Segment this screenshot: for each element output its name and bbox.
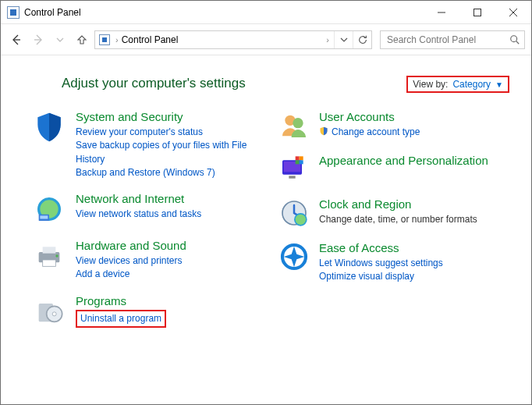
- category-link[interactable]: Backup and Restore (Windows 7): [76, 166, 263, 179]
- up-button[interactable]: [73, 30, 91, 49]
- monitor-swatch-icon: [278, 154, 310, 185]
- category-network-internet: Network and Internet View network status…: [32, 192, 263, 226]
- svg-rect-20: [296, 160, 300, 164]
- svg-rect-18: [296, 156, 300, 160]
- category-link[interactable]: Change account type: [332, 126, 420, 139]
- svg-point-14: [293, 118, 303, 128]
- ease-of-access-icon: [278, 241, 310, 272]
- recent-locations-button[interactable]: [51, 30, 69, 49]
- navbar: › Control Panel ›: [1, 24, 531, 55]
- chevron-down-icon: ▼: [495, 80, 503, 89]
- category-title[interactable]: Network and Internet: [76, 192, 201, 207]
- category-user-accounts: User Accounts Change account type: [278, 110, 509, 141]
- window: Control Panel: [0, 0, 532, 405]
- address-dropdown-button[interactable]: [334, 31, 353, 48]
- category-link[interactable]: Review your computer's status: [76, 126, 263, 139]
- category-link[interactable]: Change date, time, or number formats: [319, 213, 477, 226]
- chevron-right-icon: ›: [325, 35, 334, 44]
- svg-rect-0: [474, 9, 481, 16]
- search-input[interactable]: [385, 34, 505, 46]
- category-clock-region: Clock and Region Change date, time, or n…: [278, 197, 509, 229]
- category-link[interactable]: Let Windows suggest settings: [319, 257, 443, 270]
- minimize-button[interactable]: [424, 1, 459, 23]
- category-appearance-personalization: Appearance and Personalization: [278, 154, 509, 185]
- category-ease-of-access: Ease of Access Let Windows suggest setti…: [278, 241, 509, 284]
- back-button[interactable]: [7, 30, 26, 49]
- users-icon: [278, 110, 310, 141]
- content-area: Adjust your computer's settings View by:…: [1, 55, 531, 404]
- printer-icon: [32, 239, 66, 273]
- svg-rect-5: [40, 216, 48, 219]
- view-by-label: View by:: [413, 79, 448, 90]
- category-title[interactable]: System and Security: [76, 110, 263, 125]
- category-title[interactable]: User Accounts: [319, 110, 420, 125]
- view-by-value: Category: [452, 79, 491, 90]
- titlebar: Control Panel: [1, 1, 531, 24]
- category-link[interactable]: View network status and tasks: [76, 208, 201, 221]
- maximize-button[interactable]: [459, 1, 495, 23]
- svg-point-9: [55, 255, 58, 258]
- shield-icon: [32, 110, 66, 144]
- category-link[interactable]: Add a device: [76, 268, 186, 281]
- view-by-control[interactable]: View by: Category ▼: [406, 76, 509, 93]
- category-title[interactable]: Hardware and Sound: [76, 239, 186, 254]
- control-panel-icon: [7, 6, 20, 19]
- svg-point-1: [511, 35, 517, 41]
- window-title: Control Panel: [24, 7, 81, 18]
- category-title[interactable]: Ease of Access: [319, 241, 443, 256]
- category-title[interactable]: Programs: [76, 294, 166, 309]
- chevron-right-icon: ›: [114, 35, 120, 44]
- search-box[interactable]: [380, 30, 525, 49]
- globe-icon: [32, 192, 66, 226]
- address-bar[interactable]: › Control Panel ›: [94, 30, 372, 49]
- category-link[interactable]: View devices and printers: [76, 254, 186, 268]
- category-link[interactable]: Optimize visual display: [319, 270, 443, 283]
- refresh-button[interactable]: [353, 31, 371, 48]
- breadcrumb[interactable]: Control Panel: [120, 34, 325, 45]
- forward-button[interactable]: [29, 30, 48, 49]
- svg-rect-21: [300, 160, 303, 164]
- close-button[interactable]: [495, 1, 531, 23]
- svg-rect-7: [43, 247, 56, 254]
- control-panel-icon: [95, 31, 114, 48]
- svg-rect-19: [300, 156, 303, 160]
- uninstall-program-link[interactable]: Uninstall a program: [80, 313, 161, 324]
- category-programs: Programs Uninstall a program: [32, 294, 263, 329]
- category-link[interactable]: Save backup copies of your files with Fi…: [76, 139, 263, 166]
- search-icon: [505, 34, 524, 45]
- svg-rect-17: [289, 176, 295, 178]
- category-system-security: System and Security Review your computer…: [32, 110, 263, 179]
- disc-box-icon: [32, 294, 66, 329]
- svg-point-23: [295, 214, 307, 226]
- shield-icon: [319, 126, 328, 138]
- svg-rect-8: [43, 260, 56, 266]
- category-title[interactable]: Appearance and Personalization: [319, 154, 488, 169]
- page-title: Adjust your computer's settings: [32, 76, 246, 91]
- category-title[interactable]: Clock and Region: [319, 197, 477, 212]
- svg-point-12: [52, 312, 56, 316]
- clock-globe-icon: [278, 197, 310, 229]
- category-hardware-sound: Hardware and Sound View devices and prin…: [32, 239, 263, 282]
